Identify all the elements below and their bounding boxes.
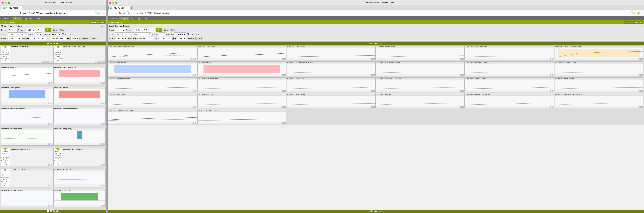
gc-icon-r1c3b[interactable] [373, 58, 375, 60]
gc-icon-r5c1b[interactable] [194, 122, 196, 124]
gc-icon-r1c4b[interactable] [462, 58, 464, 60]
gc-icon-r2c1b[interactable] [194, 74, 196, 76]
right-refresh-btn[interactable]: ↻ [118, 12, 122, 15]
right-save-btn[interactable]: Save [170, 28, 176, 32]
gc-icon-r2c6b[interactable] [641, 74, 643, 76]
graph-icon-2d[interactable] [101, 62, 103, 63]
gc-icon-r3c4a[interactable] [460, 90, 462, 92]
graph-icon-16b[interactable] [103, 205, 105, 207]
graph-icon-11b[interactable] [50, 164, 52, 166]
gc-icon-r3c5b[interactable] [552, 90, 554, 92]
right-home-btn[interactable]: ⌂ [122, 12, 125, 15]
graph-icon-5a[interactable] [48, 102, 50, 104]
left-from-prev-btn[interactable]: ◀◀ [26, 37, 29, 40]
left-new-tab-btn[interactable]: + [22, 6, 26, 10]
right-scrollable-graph[interactable]: Cacti Stats - Board Average Host Time [108, 45, 644, 210]
graph-icon-4a[interactable] [101, 82, 103, 84]
right-refresh-btn-filter[interactable]: Refresh [187, 36, 196, 40]
left-from-input[interactable] [30, 37, 46, 40]
right-new-tab-btn[interactable]: + [130, 6, 133, 10]
left-download-btn[interactable]: ↓ [101, 12, 102, 15]
gc-icon-r4c2a[interactable] [282, 106, 284, 108]
left-clear-btn-1[interactable]: Clear [51, 28, 58, 32]
gc-icon-r2c2b[interactable] [284, 74, 286, 76]
left-tab-close-icon[interactable]: × [20, 7, 21, 9]
right-thumbnails-label[interactable]: Thumbnails [187, 33, 199, 36]
gc-icon-r1c5a[interactable] [550, 58, 552, 60]
right-extensions-btn[interactable]: 🧩 [637, 12, 640, 15]
graph-icon-11a[interactable] [48, 164, 50, 166]
right-to-input[interactable] [156, 37, 173, 40]
right-search-input[interactable] [115, 32, 152, 36]
right-to-next-btn[interactable]: ▶▶ [173, 37, 176, 40]
right-browser-tab-active[interactable]: 🌐 Preview Mode × [108, 6, 130, 10]
left-close-btn[interactable] [2, 2, 4, 4]
graph-icon-2e[interactable] [103, 62, 105, 63]
graph-icon-3a[interactable] [48, 82, 50, 84]
left-graphs-select[interactable]: 100 [35, 32, 42, 36]
gc-icon-r4c5a[interactable] [550, 106, 552, 108]
gc-icon-r3c6b[interactable] [641, 90, 643, 92]
right-columns-select[interactable]: 6 Columns [174, 32, 186, 36]
gc-icon-r1c4a[interactable] [460, 58, 462, 60]
right-back-btn[interactable]: ← [109, 12, 113, 15]
left-thumbnails-label[interactable]: Thumbnails [62, 33, 74, 36]
right-app-tab-reporting[interactable]: Reporting [129, 17, 142, 20]
gc-icon-r1c5b[interactable] [552, 58, 554, 60]
gc-icon-r3c3a[interactable] [371, 90, 373, 92]
right-menu-btn[interactable]: ≡ [641, 12, 643, 15]
graph-icon-7b[interactable] [50, 123, 52, 125]
left-refresh-btn-filter[interactable]: Refresh [80, 36, 89, 40]
right-step-select[interactable]: 1 Day [177, 37, 186, 40]
graph-icon-1d[interactable] [48, 62, 50, 63]
gc-icon-r1c6b[interactable] [641, 58, 643, 60]
graph-icon-1a[interactable] [42, 62, 44, 63]
gc-icon-r2c1a[interactable] [192, 74, 194, 76]
gc-icon-r4c2b[interactable] [284, 106, 286, 108]
right-app-tab-console[interactable]: Console [108, 17, 119, 20]
gc-icon-r4c1b[interactable] [194, 106, 196, 108]
gc-icon-r1c3a[interactable] [371, 58, 373, 60]
graph-icon-2c[interactable] [99, 62, 101, 63]
left-home-btn[interactable]: ⌂ [15, 12, 18, 15]
gc-icon-r3c3b[interactable] [373, 90, 375, 92]
gc-icon-r3c4b[interactable] [462, 90, 464, 92]
gc-icon-r3c6a[interactable] [639, 90, 641, 92]
right-forward-btn[interactable]: → [114, 12, 118, 15]
gc-icon-r2c3a[interactable] [371, 74, 373, 76]
left-to-input[interactable] [50, 37, 66, 40]
graph-icon-9a[interactable] [48, 144, 50, 145]
graph-icon-14a[interactable] [101, 184, 103, 186]
gc-icon-r4c5b[interactable] [552, 106, 554, 108]
graph-icon-6a[interactable] [101, 102, 103, 104]
left-browser-tab-active[interactable]: 🌐 Preview Mode × [1, 6, 22, 10]
right-template-select[interactable]: All Graphs & Templates [134, 28, 156, 32]
gc-icon-r2c4a[interactable] [460, 74, 462, 76]
left-back-btn[interactable]: ← [1, 12, 5, 15]
gc-icon-r4c4b[interactable] [462, 106, 464, 108]
left-url-input[interactable] [19, 11, 97, 15]
graph-icon-13a[interactable] [48, 184, 50, 186]
graph-icon-1e[interactable] [50, 62, 52, 63]
left-filter-settings-icon[interactable]: ⚙ ▼ [101, 25, 105, 27]
graph-icon-12a[interactable] [101, 164, 103, 166]
right-max-btn[interactable] [115, 2, 118, 4]
right-graphs-select[interactable]: 100 [159, 32, 166, 36]
right-from-input[interactable] [136, 37, 153, 40]
gc-icon-r2c5b[interactable] [552, 74, 554, 76]
gc-icon-r4c6b[interactable] [641, 106, 643, 108]
graph-icon-2a[interactable] [94, 62, 96, 63]
left-max-btn[interactable] [8, 2, 10, 4]
left-app-tab-reporting[interactable]: Reporting [22, 17, 34, 20]
right-device-select[interactable]: Any [115, 28, 125, 32]
graph-icon-10b[interactable] [103, 144, 105, 145]
graph-icon-1c[interactable] [46, 62, 48, 63]
graph-icon-10a[interactable] [101, 144, 103, 145]
right-close-btn[interactable] [109, 2, 111, 4]
left-bookmark-btn[interactable]: ★ [98, 12, 100, 15]
gc-icon-r2c5a[interactable] [550, 74, 552, 76]
left-columns-select[interactable]: 4 Columns [50, 32, 62, 36]
right-app-tab-logs[interactable]: Logs [142, 17, 150, 20]
left-app-tab-logs[interactable]: Logs [34, 17, 42, 20]
right-min-btn[interactable] [112, 2, 114, 4]
